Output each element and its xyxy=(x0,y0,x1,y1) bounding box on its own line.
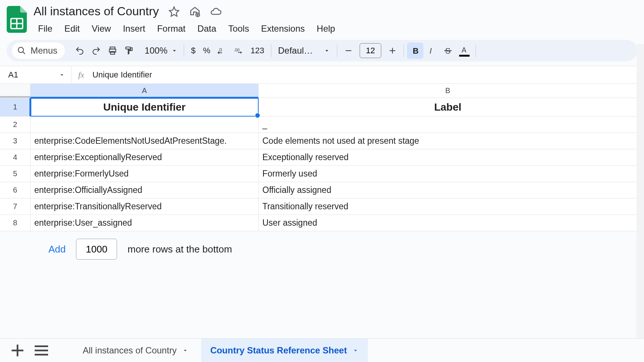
sheet-tab-label: Country Status Reference Sheet xyxy=(210,345,347,356)
sheet-tab-bar: All instances of Country Country Status … xyxy=(0,338,644,362)
svg-text:I: I xyxy=(430,46,432,55)
menu-help[interactable]: Help xyxy=(311,21,341,36)
separator xyxy=(404,44,404,57)
row-header[interactable]: 6 xyxy=(0,182,31,198)
chevron-down-icon xyxy=(59,72,65,78)
menu-tools[interactable]: Tools xyxy=(222,21,255,36)
move-icon[interactable] xyxy=(189,6,201,17)
decrease-decimal-button[interactable]: .0 xyxy=(214,42,230,59)
cell[interactable]: Formerly used xyxy=(259,166,637,182)
menu-file[interactable]: File xyxy=(32,21,59,36)
menu-view[interactable]: View xyxy=(86,21,117,36)
cell[interactable]: Officially assigned xyxy=(259,182,637,198)
increase-font-size-button[interactable] xyxy=(384,42,401,59)
cell-a1[interactable]: Unique Identifier xyxy=(31,98,259,116)
zoom-value: 100% xyxy=(145,45,167,56)
star-icon[interactable] xyxy=(168,6,180,17)
spreadsheet-grid[interactable]: A B 1 Unique Identifier Label 2 _ 3 ente… xyxy=(0,84,644,231)
add-rows-count-input[interactable] xyxy=(76,239,117,260)
row-header[interactable]: 5 xyxy=(0,166,31,182)
row-header-1[interactable]: 1 xyxy=(0,98,31,116)
add-rows-button[interactable]: Add xyxy=(48,244,66,255)
search-icon xyxy=(17,46,26,55)
undo-button[interactable] xyxy=(72,42,88,59)
title-bar: All instances of Country File Edit View … xyxy=(0,0,644,36)
select-all-corner[interactable] xyxy=(0,84,31,98)
column-header-b[interactable]: B xyxy=(259,84,637,98)
cell[interactable]: User assigned xyxy=(259,215,637,231)
cell[interactable]: enterprise:TransitionallyReserved xyxy=(31,199,259,215)
all-sheets-button[interactable] xyxy=(31,340,51,361)
cell[interactable]: Code elements not used at present stage xyxy=(259,133,637,149)
separator xyxy=(271,44,271,57)
separator xyxy=(476,44,476,57)
sheet-tab[interactable]: All instances of Country xyxy=(74,339,198,362)
sheet-tab-label: All instances of Country xyxy=(83,345,177,356)
svg-line-7 xyxy=(23,52,25,54)
increase-decimal-button[interactable]: .00 xyxy=(230,42,247,59)
svg-text:A: A xyxy=(461,46,466,54)
row-header[interactable]: 8 xyxy=(0,215,31,231)
cell[interactable]: enterprise:ExceptionallyReserved xyxy=(31,149,259,165)
text-color-button[interactable]: A xyxy=(456,42,473,59)
cell[interactable]: Exceptionally reserved xyxy=(259,149,637,165)
separator xyxy=(184,44,184,57)
svg-text:B: B xyxy=(413,46,419,55)
document-title[interactable]: All instances of Country xyxy=(32,4,160,19)
cell[interactable]: _ xyxy=(259,117,637,133)
percent-button[interactable]: % xyxy=(199,46,214,55)
menu-edit[interactable]: Edit xyxy=(59,21,86,36)
paint-format-button[interactable] xyxy=(121,42,137,59)
sheet-tab[interactable]: Country Status Reference Sheet xyxy=(201,339,368,362)
vertical-scrollbar[interactable] xyxy=(637,44,644,338)
zoom-dropdown[interactable]: 100% xyxy=(142,45,181,56)
cell[interactable]: enterprise:CodeElementsNotUsedAtPresentS… xyxy=(31,133,259,149)
add-sheet-button[interactable] xyxy=(7,340,28,361)
row-header[interactable]: 7 xyxy=(0,199,31,215)
cell[interactable]: enterprise:User_assigned xyxy=(31,215,259,231)
row-header[interactable]: 2 xyxy=(0,117,31,133)
menu-insert[interactable]: Insert xyxy=(117,21,151,36)
strikethrough-button[interactable]: S xyxy=(440,42,456,59)
chevron-down-icon xyxy=(182,347,189,354)
decrease-font-size-button[interactable] xyxy=(340,42,357,59)
separator xyxy=(337,44,337,57)
search-menus[interactable]: Menus xyxy=(12,42,65,59)
toolbar: Menus 100% $ % .0 .00 123 Defaul… xyxy=(7,40,637,61)
cell[interactable] xyxy=(31,117,259,133)
name-box[interactable]: A1 xyxy=(0,66,72,83)
menu-format[interactable]: Format xyxy=(151,21,192,36)
column-header-a[interactable]: A xyxy=(31,84,259,98)
formula-input[interactable]: Unique Identifier xyxy=(91,70,644,80)
bold-button[interactable]: B xyxy=(407,42,423,59)
sheets-app-icon[interactable] xyxy=(7,6,27,32)
cloud-status-icon[interactable] xyxy=(210,6,221,17)
menu-extensions[interactable]: Extensions xyxy=(255,21,310,36)
search-menus-label: Menus xyxy=(31,45,57,56)
redo-button[interactable] xyxy=(88,42,104,59)
print-button[interactable] xyxy=(104,42,121,59)
italic-button[interactable]: I xyxy=(423,42,440,59)
chevron-down-icon xyxy=(352,347,359,354)
add-rows-suffix: more rows at the bottom xyxy=(127,244,232,255)
more-formats-button[interactable]: 123 xyxy=(247,46,268,55)
cell-b1[interactable]: Label xyxy=(259,98,637,116)
svg-text:.0: .0 xyxy=(218,47,222,53)
svg-point-6 xyxy=(18,47,23,53)
font-name-label: Defaul… xyxy=(278,45,313,56)
currency-button[interactable]: $ xyxy=(187,46,199,55)
cell[interactable]: enterprise:OfficiallyAssigned xyxy=(31,182,259,198)
cell[interactable]: Transitionally reserved xyxy=(259,199,637,215)
font-size-input[interactable] xyxy=(360,43,381,58)
cell[interactable]: enterprise:FormerlyUsed xyxy=(31,166,259,182)
menu-data[interactable]: Data xyxy=(192,21,222,36)
svg-rect-11 xyxy=(126,47,130,49)
row-header[interactable]: 4 xyxy=(0,149,31,165)
name-box-value: A1 xyxy=(8,70,18,80)
row-header[interactable]: 3 xyxy=(0,133,31,149)
add-rows-control: Add more rows at the bottom xyxy=(0,231,644,260)
fx-icon: fx xyxy=(72,70,91,80)
font-family-dropdown[interactable]: Defaul… xyxy=(274,45,334,56)
formula-bar: A1 fx Unique Identifier xyxy=(0,66,644,84)
svg-text:.00: .00 xyxy=(234,48,240,52)
